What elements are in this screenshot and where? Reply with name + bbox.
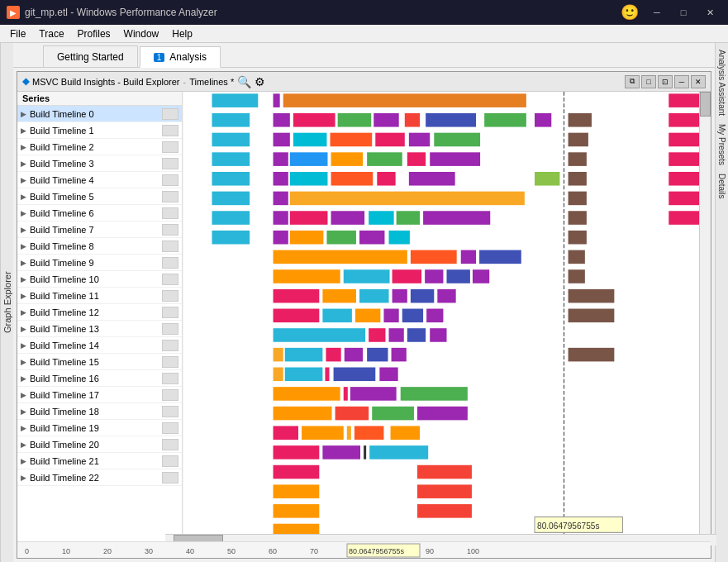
expand-icon: ▶ <box>21 358 26 366</box>
series-name: Build Timeline 2 <box>30 142 162 152</box>
list-item[interactable]: ▶ Build Timeline 17 <box>17 387 182 403</box>
list-item[interactable]: ▶ Build Timeline 22 <box>17 469 182 486</box>
menu-trace[interactable]: Trace <box>32 26 70 41</box>
inner-restore-button[interactable]: ⧉ <box>625 75 640 88</box>
tab-getting-started[interactable]: Getting Started <box>43 45 138 67</box>
sidebar-analysis-assistant[interactable]: Analysis Assistant <box>716 46 728 119</box>
scrollbar-thumb[interactable] <box>700 92 711 117</box>
svg-rect-103 <box>274 367 283 381</box>
svg-rect-129 <box>274 504 320 518</box>
series-thumb <box>162 158 178 169</box>
sidebar-my-presets[interactable]: My Presets <box>716 121 728 169</box>
list-item[interactable]: ▶ Build Timeline 4 <box>17 172 182 188</box>
sidebar-details[interactable]: Details <box>716 170 728 202</box>
minimize-button[interactable]: ─ <box>645 4 669 21</box>
list-item[interactable]: ▶ Build Timeline 20 <box>17 436 182 453</box>
inner-maximize-button[interactable]: □ <box>641 75 656 88</box>
inner-float-button[interactable]: ⊡ <box>658 75 673 88</box>
svg-rect-31 <box>407 152 426 166</box>
list-item[interactable]: ▶ Build Timeline 12 <box>17 304 182 321</box>
series-thumb <box>162 323 178 335</box>
svg-rect-42 <box>569 172 587 186</box>
svg-rect-50 <box>274 211 288 225</box>
svg-rect-53 <box>369 211 393 225</box>
tab-getting-started-label: Getting Started <box>57 51 124 63</box>
svg-rect-60 <box>290 231 324 245</box>
maximize-button[interactable]: □ <box>672 4 695 21</box>
h-scrollbar-thumb[interactable] <box>174 535 223 541</box>
list-item[interactable]: ▶ Build Timeline 16 <box>17 370 182 387</box>
inner-close-button[interactable]: ✕ <box>691 75 706 88</box>
list-item[interactable]: ▶ Build Timeline 3 <box>17 155 182 172</box>
svg-rect-8 <box>293 113 335 127</box>
title-bar: ▶ git_mp.etl - Windows Performance Analy… <box>0 0 728 25</box>
svg-rect-130 <box>417 504 472 518</box>
inner-minimize-button[interactable]: ─ <box>674 75 689 88</box>
svg-rect-79 <box>359 289 389 303</box>
search-button[interactable]: 🔍 <box>237 75 251 88</box>
list-item[interactable]: ▶ Build Timeline 13 <box>17 321 182 337</box>
list-item[interactable]: ▶ Build Timeline 10 <box>17 271 182 288</box>
svg-rect-82 <box>437 289 455 303</box>
svg-rect-62 <box>359 231 384 245</box>
svg-rect-49 <box>212 211 250 225</box>
series-name: Build Timeline 0 <box>30 109 162 119</box>
list-item[interactable]: ▶ Build Timeline 0 <box>17 106 182 122</box>
svg-rect-119 <box>354 426 384 440</box>
svg-rect-13 <box>484 113 526 127</box>
svg-rect-27 <box>274 152 288 166</box>
svg-rect-66 <box>411 250 457 264</box>
svg-rect-97 <box>285 348 323 362</box>
svg-rect-126 <box>417 465 472 479</box>
list-item[interactable]: ▶ Build Timeline 5 <box>17 188 182 205</box>
svg-rect-33 <box>569 152 587 166</box>
list-item[interactable]: ▶ Build Timeline 2 <box>17 139 182 155</box>
expand-icon: ▶ <box>21 424 26 432</box>
svg-rect-105 <box>325 367 329 381</box>
menu-profiles[interactable]: Profiles <box>71 26 117 41</box>
settings-button[interactable]: ⚙ <box>255 75 265 88</box>
svg-rect-67 <box>461 250 476 264</box>
svg-rect-20 <box>331 133 373 147</box>
smiley-icon: 🙂 <box>621 3 639 21</box>
menu-help[interactable]: Help <box>165 26 199 41</box>
horizontal-scrollbar[interactable] <box>165 534 711 541</box>
svg-rect-58 <box>212 231 250 245</box>
list-item[interactable]: ▶ Build Timeline 15 <box>17 354 182 370</box>
svg-rect-6 <box>212 113 250 127</box>
svg-rect-84 <box>274 309 320 323</box>
list-item[interactable]: ▶ Build Timeline 8 <box>17 238 182 255</box>
close-button[interactable]: ✕ <box>698 4 721 21</box>
svg-rect-2 <box>212 93 259 107</box>
series-name: Build Timeline 15 <box>30 357 162 367</box>
series-name: Build Timeline 9 <box>30 258 162 268</box>
menu-window[interactable]: Window <box>117 26 166 41</box>
expand-icon: ▶ <box>21 292 26 300</box>
list-item[interactable]: ▶ Build Timeline 7 <box>17 221 182 238</box>
list-item[interactable]: ▶ Build Timeline 9 <box>17 255 182 271</box>
series-name: Build Timeline 10 <box>30 274 162 284</box>
list-item[interactable]: ▶ Build Timeline 18 <box>17 403 182 420</box>
timeline-chart: 80.0647956755s <box>183 92 711 541</box>
inner-title-left: ◆ MSVC Build Insights - Build Explorer -… <box>22 75 265 88</box>
list-item[interactable]: ▶ Build Timeline 6 <box>17 205 182 221</box>
vertical-scrollbar[interactable] <box>699 92 711 541</box>
list-item[interactable]: ▶ Build Timeline 1 <box>17 122 182 139</box>
graph-explorer-sidebar[interactable]: Graph Explorer <box>0 43 13 562</box>
list-item[interactable]: ▶ Build Timeline 19 <box>17 420 182 436</box>
inner-window-controls[interactable]: ⧉ □ ⊡ ─ ✕ <box>625 75 706 88</box>
list-item[interactable]: ▶ Build Timeline 21 <box>17 453 182 469</box>
timeline-area[interactable]: 80.0647956755s <box>183 92 711 541</box>
tab-analysis[interactable]: 1 Analysis <box>140 46 221 68</box>
menu-file[interactable]: File <box>3 26 32 41</box>
svg-rect-120 <box>391 426 421 440</box>
svg-rect-22 <box>409 133 430 147</box>
svg-rect-92 <box>369 328 385 342</box>
window-controls[interactable]: ─ □ ✕ <box>645 4 721 21</box>
svg-rect-61 <box>326 231 356 245</box>
svg-rect-86 <box>355 309 380 323</box>
svg-rect-47 <box>569 192 587 206</box>
list-item[interactable]: ▶ Build Timeline 14 <box>17 337 182 354</box>
svg-rect-128 <box>417 484 472 498</box>
list-item[interactable]: ▶ Build Timeline 11 <box>17 288 182 304</box>
